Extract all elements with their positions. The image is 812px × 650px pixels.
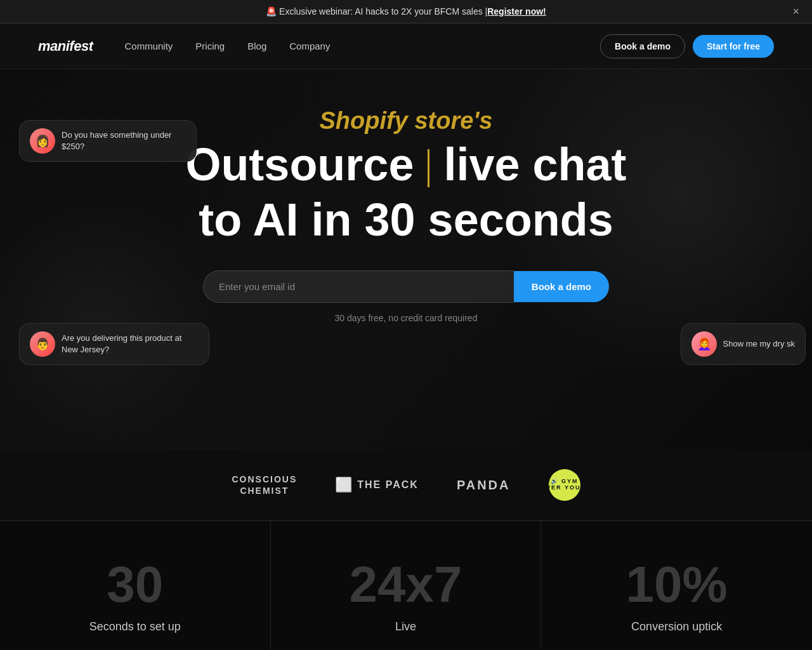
gym-badge: 🔊 GYMEMPOWER YOURSELF <box>549 469 580 501</box>
avatar-1: 👩 <box>30 128 55 154</box>
chat-text-2: Are you delivering this product at New J… <box>62 333 199 355</box>
stat-number-0: 30 <box>25 559 245 610</box>
hero-book-demo-button[interactable]: Book a demo <box>514 271 609 302</box>
nav-links: Community Pricing Blog Company <box>124 41 600 51</box>
pack-icon: ⬜ <box>335 477 353 493</box>
chat-bubble-3: 👩‍🦰 Show me my dry sk <box>681 323 806 365</box>
pack-text: THE PACK <box>357 479 419 491</box>
nav-pricing[interactable]: Pricing <box>195 41 225 51</box>
chat-bubble-2: 👨 Are you delivering this product at New… <box>19 323 209 365</box>
logo-the-pack: ⬜ THE PACK <box>335 477 419 493</box>
avatar-2: 👨 <box>30 331 55 357</box>
hero-section: 👩 Do you have something under $250? 👨 Ar… <box>0 69 812 450</box>
chat-text-1: Do you have something under $250? <box>62 129 186 152</box>
hero-title-line2: to AI in 30 seconds <box>185 195 626 245</box>
stat-label-1: Live <box>296 620 516 633</box>
logo-conscious-chemist: CONSCIOUSCHEMIST <box>232 474 297 496</box>
nav-blog[interactable]: Blog <box>247 41 266 51</box>
gym-text: 🔊 GYMEMPOWER YOURSELF <box>523 479 606 491</box>
chat-text-3: Show me my dry sk <box>723 338 795 350</box>
nav-actions: Book a demo Start for free <box>600 34 774 58</box>
logo-gym: 🔊 GYMEMPOWER YOURSELF <box>549 469 580 501</box>
avatar-3: 👩‍🦰 <box>691 331 717 357</box>
stat-card-0: 30 Seconds to set up <box>0 521 271 650</box>
stat-label-2: Conversion uptick <box>566 620 787 633</box>
logos-strip: CONSCIOUSCHEMIST ⬜ THE PACK PANDA 🔊 GYME… <box>0 450 812 521</box>
hero-content: Shopify store's Outsource live chat to A… <box>185 107 626 336</box>
cursor-icon <box>428 149 429 187</box>
chat-bubble-1: 👩 Do you have something under $250? <box>19 120 197 162</box>
stat-number-2: 10% <box>566 559 787 610</box>
stat-card-1: 24x7 Live <box>271 521 542 650</box>
nav-start-free-button[interactable]: Start for free <box>693 35 774 58</box>
logo-panda: PANDA <box>457 478 511 493</box>
email-input[interactable] <box>203 270 514 303</box>
stat-number-1: 24x7 <box>296 559 516 610</box>
stat-card-2: 10% Conversion uptick <box>541 521 812 650</box>
email-input-area: Book a demo <box>203 270 609 303</box>
nav-community[interactable]: Community <box>124 41 173 51</box>
stats-section: 30 Seconds to set up 24x7 Live 10% Conve… <box>0 521 812 650</box>
stat-label-0: Seconds to set up <box>25 620 245 633</box>
hero-title-line1: Outsource live chat <box>185 140 626 190</box>
close-announcement-button[interactable]: × <box>792 6 799 17</box>
navbar: manifest Community Pricing Blog Company … <box>0 23 812 69</box>
announcement-bar: 🚨 Exclusive webinar: AI hacks to 2X your… <box>0 0 812 23</box>
nav-company[interactable]: Company <box>289 41 330 51</box>
announcement-text: 🚨 Exclusive webinar: AI hacks to 2X your… <box>266 6 487 17</box>
announcement-link[interactable]: Register now! <box>487 6 546 17</box>
nav-book-demo-button[interactable]: Book a demo <box>600 34 685 58</box>
hero-footnote: 30 days free, no credit card required <box>185 313 626 323</box>
hero-subtitle: Shopify store's <box>185 107 626 135</box>
logo[interactable]: manifest <box>38 38 93 55</box>
